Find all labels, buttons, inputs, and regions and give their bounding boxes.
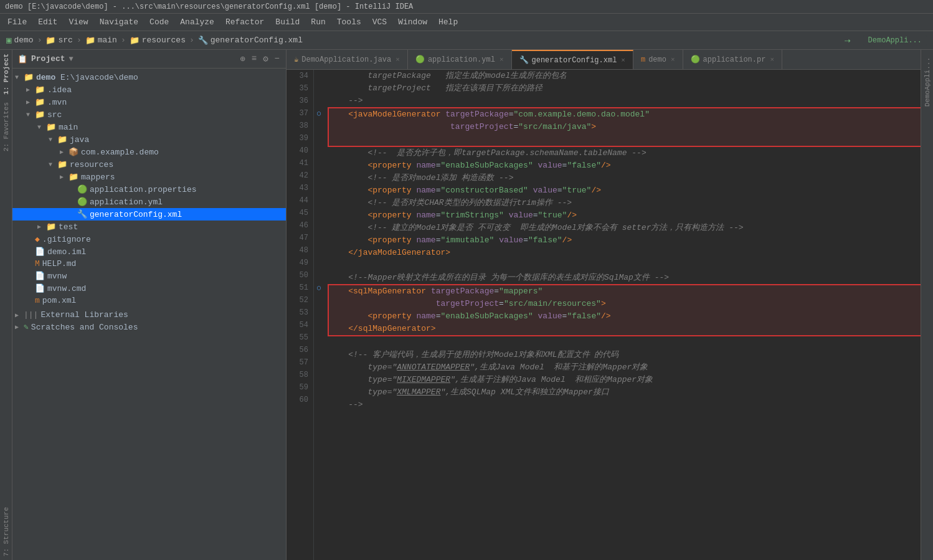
breadcrumb-sep2: › [77, 36, 82, 45]
code-line-43: <property name="constructorBased" value=… [329, 184, 933, 197]
menu-build[interactable]: Build [270, 16, 305, 29]
tab-yml-icon: 🟢 [415, 55, 425, 64]
gutter-38 [314, 120, 324, 132]
project-title: 📋 Project ▼ [17, 54, 73, 64]
side-tab-structure[interactable]: 7: Structure [1, 503, 11, 560]
tab-label-demo-app: DemoApplication.java [301, 55, 391, 64]
menu-refactor[interactable]: Refactor [220, 16, 269, 29]
tree-item-test[interactable]: ▶ 📁 test [12, 221, 286, 233]
code-line-55 [329, 336, 933, 349]
linenum-59: 59 [287, 381, 308, 394]
tree-item-mvn[interactable]: ▶ 📁 .mvn [12, 96, 286, 108]
menu-navigate[interactable]: Navigate [95, 16, 143, 29]
settings-icon[interactable]: ⚙ [262, 52, 269, 65]
menu-view[interactable]: View [64, 16, 93, 29]
menu-help[interactable]: Help [433, 16, 463, 29]
tree-item-src[interactable]: ▼ 📁 src [12, 108, 286, 121]
linenum-43: 43 [287, 182, 308, 194]
gutter-44 [314, 194, 324, 207]
breadcrumb-resources[interactable]: resources [142, 36, 186, 45]
side-tab-project[interactable]: 1: Project [1, 50, 11, 98]
tree-item-ext-libs[interactable]: ▶ ||| External Libraries [12, 309, 286, 321]
menu-window[interactable]: Window [393, 16, 432, 29]
right-panel-label[interactable]: DemoAppli... [922, 52, 932, 112]
tree-item-gitignore[interactable]: ◆ .gitignore [12, 233, 286, 245]
gutter-51[interactable]: ◯ [314, 282, 324, 294]
breadcrumb-main[interactable]: main [98, 36, 117, 45]
code-line-37: <javaModelGenerator targetPackage="com.e… [329, 108, 932, 121]
folder-icon-main: 📁 [46, 122, 56, 132]
code-line-46: <!-- 建立的Model对象是否 不可改变 即生成的Model对象不会有 se… [329, 222, 933, 234]
close-panel-icon[interactable]: − [273, 52, 281, 65]
project-icon: 📋 [17, 54, 27, 64]
tree-item-main[interactable]: ▼ 📁 main [12, 121, 286, 133]
tree-item-iml[interactable]: 📄 demo.iml [12, 245, 286, 258]
folder-icon-mappers: 📁 [69, 172, 78, 182]
git-icon: ◆ [35, 234, 40, 244]
tab-close-demo-app[interactable]: × [395, 56, 400, 64]
tab-app-yml[interactable]: 🟢 application.yml × [408, 50, 512, 69]
folder-icon-java: 📁 [57, 135, 67, 145]
menu-file[interactable]: File [2, 16, 32, 29]
gutter-43 [314, 182, 324, 194]
tree-item-mappers[interactable]: ▶ 📁 mappers [12, 171, 286, 183]
navigate-icon[interactable]: ⇢ [845, 34, 851, 47]
breadcrumb-main-icon: 📁 [85, 36, 95, 45]
menu-edit[interactable]: Edit [33, 16, 62, 29]
project-dropdown-icon[interactable]: ▼ [69, 55, 73, 64]
gutter-49 [314, 257, 324, 269]
tree-label-gen-xml: generatorConfig.xml [90, 210, 182, 219]
sync-icon[interactable]: ⊕ [239, 52, 246, 65]
tab-close-app-pr[interactable]: × [770, 56, 774, 64]
menu-run[interactable]: Run [306, 16, 330, 29]
folder-icon-src: 📁 [35, 110, 45, 120]
gutter: ◯ ◯ [314, 70, 324, 560]
tab-demo-m[interactable]: m demo × [633, 50, 683, 69]
tree-label-mvnw: mvnw [47, 272, 67, 281]
tab-gen-xml[interactable]: 🔧 generatorConfig.xml × [512, 50, 633, 69]
code-line-48: </javaModelGenerator> [329, 247, 933, 259]
code-content[interactable]: targetPackage 指定生成的model生成所在的包名 targetPr… [324, 70, 933, 560]
tree-item-generator-xml[interactable]: 🔧 generatorConfig.xml [12, 208, 286, 221]
menu-code[interactable]: Code [144, 16, 174, 29]
tab-close-app-yml[interactable]: × [500, 56, 504, 64]
tree-item-demo-root[interactable]: ▼ 📁 demo E:\javacode\demo [12, 71, 286, 83]
gutter-37[interactable]: ◯ [314, 107, 324, 120]
tree-arrow-scratches: ▶ [15, 323, 24, 331]
tree-item-mvnw-cmd[interactable]: 📄 mvnw.cmd [12, 282, 286, 295]
menu-analyze[interactable]: Analyze [175, 16, 219, 29]
linenum-41: 41 [287, 157, 308, 169]
tree-label-test: test [59, 222, 78, 232]
tree-item-resources[interactable]: ▼ 📁 resources [12, 158, 286, 171]
project-label: Project [31, 54, 65, 64]
tab-app-pr[interactable]: 🟢 application.pr × [683, 50, 782, 69]
tree-item-scratches[interactable]: ▶ ✎ Scratches and Consoles [12, 321, 286, 333]
tree-item-package[interactable]: ▶ 📦 com.example.demo [12, 146, 286, 158]
right-side-panels: DemoAppli... [921, 50, 933, 560]
code-line-34: targetPackage 指定生成的model生成所在的包名 [329, 70, 933, 82]
code-line-44: <!-- 是否对类CHAR类型的列的数据进行trim操作 --> [329, 197, 933, 209]
demo-app-label: DemoAppli... [863, 35, 927, 46]
gutter-52 [314, 294, 324, 306]
breadcrumb-file[interactable]: generatorConfig.xml [211, 36, 303, 45]
tree-item-pom[interactable]: m pom.xml [12, 295, 286, 306]
breadcrumb-src[interactable]: src [58, 36, 72, 45]
tree-item-app-yml[interactable]: 🟢 application.yml [12, 196, 286, 208]
breadcrumb-demo[interactable]: demo [14, 36, 33, 45]
linenum-42: 42 [287, 169, 308, 182]
tree-item-help[interactable]: M HELP.md [12, 258, 286, 270]
tree-item-app-props[interactable]: 🟢 application.properties [12, 183, 286, 196]
tab-label-demo-m: demo [648, 55, 666, 64]
code-line-60: --> [329, 399, 933, 411]
tree-item-java[interactable]: ▼ 📁 java [12, 133, 286, 146]
menu-vcs[interactable]: VCS [367, 16, 392, 29]
tree-item-mvnw[interactable]: 📄 mvnw [12, 270, 286, 282]
tree-item-idea[interactable]: ▶ 📁 .idea [12, 83, 286, 96]
tab-demo-app[interactable]: ☕ DemoApplication.java × [287, 50, 408, 69]
tab-close-gen-xml[interactable]: × [621, 57, 625, 64]
collapse-all-icon[interactable]: ≡ [250, 52, 258, 65]
menu-tools[interactable]: Tools [332, 16, 366, 29]
side-tab-favorites[interactable]: 2: Favorites [1, 98, 11, 155]
tab-close-demo-m[interactable]: × [671, 56, 675, 64]
tree-arrow-ext-libs: ▶ [15, 311, 24, 319]
